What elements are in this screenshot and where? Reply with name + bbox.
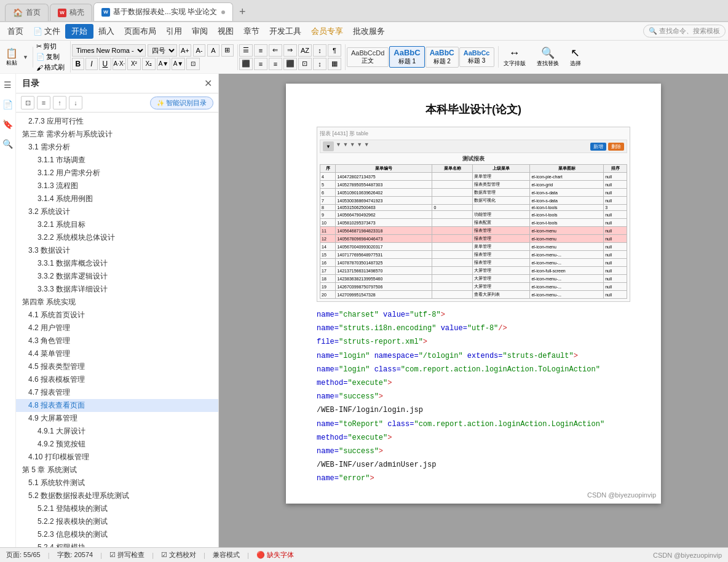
menu-review[interactable]: 审阅	[187, 24, 213, 39]
toc-tool-2[interactable]: ≡	[37, 96, 50, 109]
menu-home[interactable]: 首页	[2, 24, 28, 39]
toc-item[interactable]: 3.3.2 数据库逻辑设计	[16, 270, 218, 283]
toc-item[interactable]: 第三章 需求分析与系统设计	[16, 128, 218, 141]
style-h1[interactable]: AaBbC 标题 1	[389, 46, 424, 68]
toc-item[interactable]: 4.9 大屏幕管理	[16, 412, 218, 425]
copy-btn[interactable]: 📄 复制	[34, 52, 61, 62]
font-size-select[interactable]: 四号	[148, 44, 177, 57]
toc-item[interactable]: 3.1 需求分析	[16, 141, 218, 154]
add-tab-btn[interactable]: +	[234, 4, 250, 20]
page-icon[interactable]: 📄	[2, 98, 14, 111]
toc-item[interactable]: 4.9.2 预览按钮	[16, 438, 218, 451]
outline-icon[interactable]: ☰	[2, 79, 14, 91]
toc-item[interactable]: 4.1 系统首页设计	[16, 309, 218, 322]
menu-vip[interactable]: 会员专享	[306, 24, 348, 39]
line-spacing-btn[interactable]: ↕	[313, 58, 326, 70]
toc-item[interactable]: 4.9.1 大屏设计	[16, 425, 218, 438]
paste-btn[interactable]: 📋 粘贴	[2, 47, 21, 68]
table-filter-icon[interactable]: ▼	[323, 141, 334, 151]
toc-item[interactable]: 5.2 数据数据报表处理系统测试	[16, 489, 218, 502]
toc-item[interactable]: 3.2.1 系统目标	[16, 218, 218, 231]
sort-btn[interactable]: AZ	[298, 44, 312, 57]
italic-btn[interactable]: I	[85, 58, 98, 70]
toc-item[interactable]: 第 5 章 系统测试	[16, 464, 218, 477]
decrease-indent-btn[interactable]: ⇐	[269, 44, 282, 57]
toc-tool-3[interactable]: ↑	[53, 96, 66, 109]
toc-item[interactable]: 第四章 系统实现	[16, 296, 218, 309]
font-color2-btn[interactable]: A▼	[157, 58, 170, 70]
paste-arrow[interactable]: ▼	[22, 53, 29, 61]
toc-item[interactable]: 4.3 角色管理	[16, 334, 218, 347]
toc-item[interactable]: 3.3 数据设计	[16, 244, 218, 257]
menu-dev[interactable]: 开发工具	[264, 24, 306, 39]
font-size-increase-btn[interactable]: A+	[179, 44, 191, 57]
toc-item[interactable]: 4.5 报表类型管理	[16, 360, 218, 373]
toc-item[interactable]: 3.2 系统设计	[16, 205, 218, 218]
menu-file[interactable]: 📄 文件	[28, 24, 65, 39]
search-left-icon[interactable]: 🔍	[2, 138, 14, 150]
toc-item[interactable]: 3.3.3 数据库详细设计	[16, 283, 218, 296]
toc-item[interactable]: 3.1.1 市场调查	[16, 154, 218, 167]
menu-insert[interactable]: 插入	[93, 24, 119, 39]
increase-indent-btn[interactable]: ⇒	[283, 44, 297, 57]
toc-item[interactable]: 5.2.1 登陆模块的测试	[16, 502, 218, 515]
toc-item[interactable]: 4.4 菜单管理	[16, 347, 218, 360]
toc-item[interactable]: 5.2.2 报表模块的测试	[16, 515, 218, 528]
align-center-btn[interactable]: ≡	[254, 58, 267, 70]
cut-btn[interactable]: ✂ 剪切	[34, 41, 58, 52]
bold-btn[interactable]: B	[72, 58, 84, 70]
strikethrough-btn[interactable]: A·X·	[113, 58, 126, 70]
justify-btn[interactable]: ⬛	[283, 58, 297, 70]
menu-start[interactable]: 开始	[65, 24, 93, 39]
format-painter-btn[interactable]: 🖌 格式刷	[34, 62, 66, 73]
distribute-btn[interactable]: ⊡	[298, 58, 312, 70]
toc-tool-4[interactable]: ↓	[69, 96, 82, 109]
align-right-btn[interactable]: ≡	[269, 58, 282, 70]
menu-correction[interactable]: 批改服务	[348, 24, 390, 39]
toc-tool-1[interactable]: ⊡	[21, 96, 34, 109]
underline2-btn[interactable]: A▼	[172, 58, 185, 70]
show-para-btn[interactable]: ¶	[328, 44, 341, 57]
menu-search[interactable]: 🔍 查找命令、搜索模板	[643, 25, 726, 38]
list-bullet-btn[interactable]: ☰	[239, 44, 253, 57]
superscript-btn[interactable]: X²	[127, 58, 141, 70]
select-btn[interactable]: ↖ 选择	[566, 45, 585, 69]
toc-item[interactable]: 5.2.4 权限模块	[16, 541, 218, 547]
list-number-btn[interactable]: ≡	[254, 44, 267, 57]
menu-layout[interactable]: 页面布局	[119, 24, 161, 39]
toc-item[interactable]: 3.3.1 数据库概念设计	[16, 257, 218, 270]
menu-chapter[interactable]: 章节	[239, 24, 264, 39]
toc-item[interactable]: 3.1.2 用户需求分析	[16, 167, 218, 180]
tab-doc[interactable]: W 基于数据报表处...实现 毕业论文	[93, 2, 233, 21]
bookmark-icon[interactable]: 🔖	[2, 118, 14, 130]
text-direction-btn[interactable]: ↔ 文字排版	[500, 46, 529, 69]
toc-item[interactable]: 4.8 报表查看页面	[16, 399, 218, 412]
toc-item[interactable]: 5.1 系统软件测试	[16, 477, 218, 489]
toc-item[interactable]: 4.7 报表管理	[16, 386, 218, 399]
ai-recognize-btn[interactable]: ✨ 智能识别目录	[150, 97, 213, 109]
toc-item[interactable]: 3.1.3 流程图	[16, 180, 218, 192]
table-delete-btn[interactable]: 删除	[608, 143, 624, 151]
font-family-select[interactable]: Times New Roma -	[72, 44, 146, 57]
toc-item[interactable]: 5.2.3 信息模块的测试	[16, 528, 218, 541]
underline-btn[interactable]: U	[99, 58, 111, 70]
para-spacing-btn[interactable]: ↕	[313, 44, 326, 57]
highlight-btn[interactable]: ⊞	[221, 44, 234, 57]
shading-btn[interactable]: ▦	[328, 58, 341, 70]
align-left-btn[interactable]: ⬛	[239, 58, 253, 70]
menu-reference[interactable]: 引用	[161, 24, 187, 39]
style-normal[interactable]: AaBbCcDd 正文	[347, 47, 389, 67]
toc-item[interactable]: 4.6 报表模板管理	[16, 373, 218, 386]
tab-wps[interactable]: W 稿壳	[50, 4, 92, 21]
table-add-btn[interactable]: 新增	[590, 143, 606, 151]
toc-item[interactable]: 3.1.4 系统用例图	[16, 192, 218, 205]
menu-view[interactable]: 视图	[213, 24, 239, 39]
font-size-decrease-btn[interactable]: A-	[193, 44, 205, 57]
text-box-btn[interactable]: ⊡	[186, 58, 200, 70]
toc-item[interactable]: 2.7.3 应用可行性	[16, 115, 218, 128]
style-h3[interactable]: AaBbCc 标题 3	[459, 47, 494, 67]
toc-item[interactable]: 4.10 打印模板管理	[16, 451, 218, 464]
find-replace-btn[interactable]: 🔍 查找替换	[533, 45, 563, 69]
toc-close-btn[interactable]: ✕	[204, 77, 212, 89]
subscript-btn[interactable]: X₂	[142, 58, 156, 70]
